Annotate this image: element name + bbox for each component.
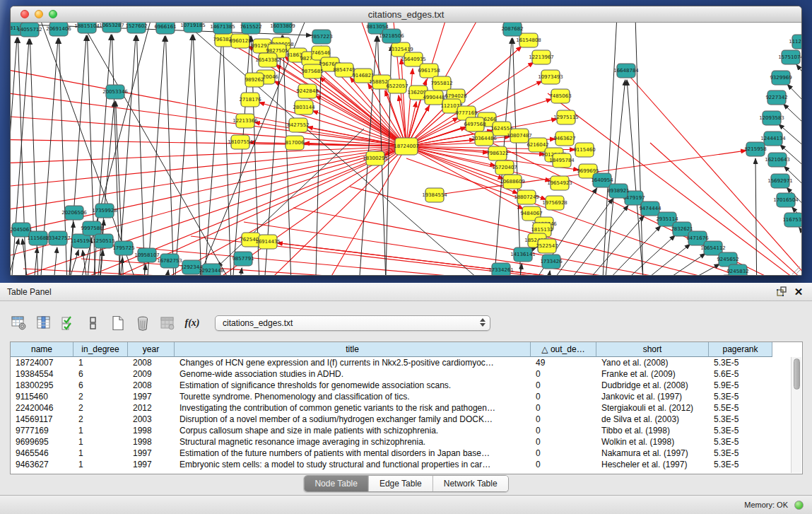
tab-network-table[interactable]: Network Table <box>433 476 508 491</box>
close-window-button[interactable] <box>20 10 29 18</box>
graph-node[interactable]: 16782753 <box>157 254 182 268</box>
graph-node[interactable]: 18807249 <box>514 190 539 204</box>
graph-node[interactable]: 17016504 <box>773 193 799 207</box>
minimize-window-button[interactable] <box>35 10 43 18</box>
graph-node[interactable]: 12975115 <box>553 110 579 124</box>
table-selector-dropdown[interactable]: citations_edges.txt <box>215 315 490 331</box>
graph-node[interactable]: 10973493 <box>538 70 563 84</box>
table-row[interactable]: 946362711997Embryonic stem cells: a mode… <box>11 459 802 470</box>
graph-node[interactable]: 16914435 <box>255 235 281 249</box>
graph-node[interactable]: 20206506 <box>61 206 87 220</box>
graph-node[interactable]: 2522547 <box>536 239 558 253</box>
graph-node[interactable]: 9227342 <box>765 90 787 105</box>
graph-node[interactable]: 8215958 <box>744 142 766 156</box>
graph-node[interactable]: 9857791 <box>232 252 254 266</box>
column-header-title[interactable]: title <box>175 342 531 357</box>
graph-node[interactable]: 10958107 <box>134 248 160 262</box>
graph-node[interactable]: 10719185 <box>180 23 206 33</box>
table-row[interactable]: 946554611997Estimation of the future num… <box>11 448 802 459</box>
column-header-short[interactable]: short <box>596 342 709 357</box>
graph-node[interactable]: 16033809 <box>270 23 295 33</box>
tab-node-table[interactable]: Node Table <box>304 476 368 491</box>
graph-node[interactable]: 16543382 <box>255 53 281 67</box>
graph-node[interactable]: 2803144 <box>293 100 315 115</box>
graph-node[interactable]: 18107554 <box>228 135 253 149</box>
graph-node[interactable]: 14671385 <box>210 23 235 34</box>
column-header-pagerank[interactable]: pagerank <box>709 342 772 357</box>
graph-node[interactable]: 19756928 <box>542 196 567 210</box>
graph-node[interactable]: 9115460 <box>573 143 595 157</box>
graph-node[interactable]: 9329969 <box>770 71 792 85</box>
table-settings-button[interactable] <box>10 314 28 332</box>
graph-node[interactable]: 17334261 <box>488 263 514 276</box>
graph-node[interactable]: 9875685 <box>301 64 323 78</box>
graph-node[interactable]: 4990448 <box>423 90 445 105</box>
tab-edge-table[interactable]: Edge Table <box>368 476 433 491</box>
graph-node[interactable]: 7615522 <box>240 23 261 34</box>
zoom-window-button[interactable] <box>49 10 57 18</box>
graph-node[interactable]: 19384554 <box>422 188 447 202</box>
graph-node[interactable]: 2087682 <box>501 23 523 36</box>
graph-node[interactable]: 817006 <box>286 136 305 150</box>
graph-node[interactable]: 16210643 <box>765 153 790 167</box>
graph-node[interactable]: 15692971 <box>767 174 793 188</box>
table-row[interactable]: 1938455462009Genome-wide association stu… <box>11 368 802 380</box>
graph-node[interactable]: 1167533 <box>782 213 801 227</box>
table-row[interactable]: 1456911722003Disruption of a novel membe… <box>11 414 802 425</box>
float-panel-icon[interactable] <box>775 286 788 298</box>
graph-node[interactable]: 1795725 <box>112 241 134 255</box>
graph-node[interactable]: 14136141 <box>510 247 536 262</box>
graph-node[interactable]: 13342757 <box>45 231 71 245</box>
hub-node[interactable]: 18724007 <box>394 138 419 155</box>
graph-node[interactable]: 20053346 <box>102 85 128 99</box>
graph-node[interactable]: 9242848 <box>296 84 318 98</box>
graph-node[interactable]: 1733426 <box>540 255 563 269</box>
graph-node[interactable]: 12213366 <box>233 114 258 128</box>
show-column-button[interactable] <box>35 314 53 332</box>
graph-node[interactable]: 8960128 <box>229 34 251 48</box>
function-builder-button[interactable]: f(x) <box>183 314 201 332</box>
new-table-button[interactable] <box>109 314 127 332</box>
graph-node[interactable]: 8427552 <box>287 118 309 132</box>
graph-node[interactable]: 10653287 <box>99 23 124 33</box>
resize-grip-icon[interactable] <box>792 267 800 274</box>
graph-node[interactable]: 989262 <box>245 73 264 87</box>
vertical-scrollbar[interactable] <box>791 357 801 473</box>
table-row[interactable]: 969969511998Structural magnetic resonanc… <box>11 436 802 448</box>
graph-node[interactable]: 18815104 <box>74 23 100 33</box>
select-mode-button[interactable] <box>59 314 78 332</box>
graph-node[interactable]: 1527602 <box>125 23 147 33</box>
graph-node[interactable]: 18300295 <box>363 151 388 165</box>
graph-node[interactable]: 9245832 <box>726 264 748 276</box>
graph-node[interactable]: 12213967 <box>529 50 554 64</box>
graph-node[interactable]: 7857223 <box>310 30 332 44</box>
graph-node[interactable]: 7986322 <box>486 146 508 160</box>
graph-node[interactable]: 12093583 <box>759 111 784 125</box>
graph-node[interactable]: 7485063 <box>549 89 571 103</box>
column-header-name[interactable]: name <box>11 342 73 357</box>
graph-node[interactable]: 11121314 <box>789 35 801 49</box>
graph-node[interactable]: 7955812 <box>430 76 452 90</box>
graph-node[interactable]: 12923448 <box>199 264 224 276</box>
graph-node[interactable]: 1145194 <box>70 234 93 248</box>
window-titlebar[interactable]: citations_edges.txt <box>11 6 801 23</box>
graph-node[interactable]: 19218506 <box>379 29 404 43</box>
scrollbar-thumb[interactable] <box>794 358 800 390</box>
graph-node[interactable]: 15720407 <box>492 160 517 175</box>
graph-node[interactable]: 6522057 <box>386 79 408 93</box>
import-table-button[interactable] <box>158 314 177 332</box>
graph-node[interactable]: 14055712 <box>17 23 42 37</box>
graph-node[interactable]: 19654923 <box>547 176 572 190</box>
graph-node[interactable]: 6966161 <box>154 23 176 34</box>
graph-node[interactable]: 2718176 <box>239 93 261 107</box>
graph-node[interactable]: 16648784 <box>613 64 639 78</box>
graph-node[interactable]: 6497568 <box>464 117 486 132</box>
column-header-out_degree[interactable]: △ out_de… <box>531 342 596 357</box>
graph-node[interactable]: 9463627 <box>553 132 575 146</box>
graph-node[interactable]: 20364486 <box>471 132 497 146</box>
close-panel-icon[interactable]: ✕ <box>792 286 805 298</box>
graph-node[interactable]: 9997588 <box>81 221 102 235</box>
column-header-year[interactable]: year <box>128 342 175 357</box>
table-row[interactable]: 977716911998Corpus callosum shape and si… <box>11 425 802 436</box>
graph-node[interactable]: 18495784 <box>549 153 575 168</box>
